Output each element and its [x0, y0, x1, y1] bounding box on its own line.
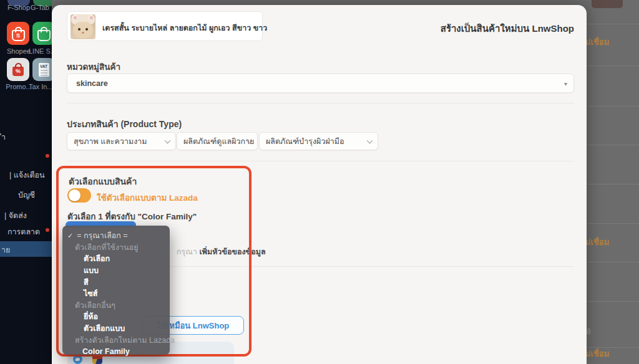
product-type-select-1[interactable]: สุขภาพ และความงาม [67, 132, 176, 150]
option-dropdown-menu: ✓ = กรุณาเลือก = ตัวเลือกที่ใช้งานอยู่ ต… [62, 226, 170, 355]
divider [587, 301, 639, 302]
divider [587, 65, 639, 66]
hint-action[interactable]: เพิ่มหัวข้อของข้อมูล [199, 247, 265, 256]
menu-item-color-family[interactable]: Color Family [62, 346, 170, 358]
promo-bag-icon: % [12, 67, 24, 76]
sidebar-item-shipping[interactable]: | จัดส่ง [4, 209, 27, 222]
status-badge-not-connected: ม่เชื่อม [585, 347, 609, 360]
product-type-select-3[interactable]: ผลิตภัณฑ์บำรุงผิวฝ่ามือ [259, 132, 378, 150]
divider [587, 223, 639, 224]
vat-document-icon: VAT [39, 63, 49, 77]
sidebar-item-fragment[interactable]: ำ [1, 131, 6, 143]
toggle-label: ใช้ตัวเลือกแบบตาม Lazada [97, 191, 198, 204]
sidebar-item-account[interactable]: บัญชี [18, 189, 35, 201]
caret-down-icon: ▾ [564, 80, 567, 87]
app-icon-tax-invoice[interactable]: VAT [32, 58, 52, 81]
notification-dot [46, 228, 49, 232]
app-label-gtab: G-Tab [26, 4, 52, 11]
sidebar-item-notifications[interactable]: | แจ้งเตือน [9, 169, 45, 181]
product-image [71, 14, 95, 39]
chevron-down-icon [367, 137, 373, 143]
divider [587, 145, 639, 145]
check-icon: ✓ [67, 232, 73, 240]
product-title: เดรสสั้น ระบายไหล่ ลายดอกไม้ ผูกเอว สีขา… [102, 22, 267, 34]
category-value: skincare [76, 79, 108, 88]
hint-prefix: กรุณา [177, 247, 199, 256]
menu-item-size[interactable]: ไซส์ [62, 288, 170, 300]
app-label-tax: Tax In... [29, 83, 52, 90]
menu-group-active-options: ตัวเลือกที่ใช้งานอยู่ [62, 242, 170, 254]
shopping-bag-icon [37, 30, 51, 41]
menu-group-create-new-lazada: สร้างตัวเลือกใหม่ตาม Lazada [62, 334, 170, 346]
notification-dot [46, 154, 49, 158]
menu-item-brand[interactable]: ยี่ห้อ [62, 311, 170, 323]
menu-group-other-options: ตัวเลือกอื่นๆ [62, 300, 170, 312]
divider [587, 24, 639, 24]
menu-item-option-style[interactable]: ตัวเลือกแบบ [62, 323, 170, 335]
divider [587, 106, 639, 107]
product-type-select-2[interactable]: ผลิตภัณฑ์ดูแลผิวกาย [177, 132, 258, 150]
category-select[interactable]: skincare ▾ [67, 74, 574, 93]
sidebar-item-active-label: าย [1, 244, 10, 256]
menu-item-style[interactable]: แบบ [62, 265, 170, 277]
app-label-line: LINE S... [29, 47, 52, 55]
modal-title: สร้างเป็นสินค้าใหม่บน LnwShop [441, 21, 574, 36]
menu-item-option[interactable]: ตัวเลือก [62, 253, 170, 265]
chevron-down-icon [165, 137, 171, 143]
background-count: 8 [587, 327, 591, 336]
shopping-bag-icon: S [12, 30, 25, 41]
product-type-label: ประเภทสินค้า (Product Type) [67, 117, 182, 131]
background-button [592, 0, 623, 8]
lazada-options-toggle[interactable] [67, 188, 91, 203]
app-icon-promotion[interactable]: % [7, 58, 29, 81]
category-label: หมวดหมู่สินค้า [67, 60, 120, 74]
product-card: เดรสสั้น ระบายไหล่ ลายดอกไม้ ผูกเอว สีขา… [67, 11, 263, 41]
menu-item-color[interactable]: สี [62, 276, 170, 288]
sidebar-item-marketing[interactable]: การตลาด [7, 226, 40, 238]
status-badge-not-connected: ม่เชื่อม [585, 236, 609, 249]
status-badge-not-connected: ม่เชื่อม [585, 36, 609, 49]
divider [67, 103, 574, 103]
divider [67, 161, 574, 161]
app-sidebar: F-Shop G-Tab S Shopee LINE S... % VAT Pr… [0, 0, 52, 364]
divider [587, 262, 639, 262]
toggle-knob [69, 189, 80, 201]
screen: ม่เชื่อม ม่เชื่อม ม่เชื่อม 8 F-Shop G-Ta… [0, 0, 639, 364]
hint-text: กรุณา เพิ่มหัวข้อของข้อมูล [177, 246, 266, 258]
create-product-modal: เดรสสั้น ระบายไหล่ ลายดอกไม้ ผูกเอว สีขา… [52, 5, 587, 364]
menu-item-please-select[interactable]: ✓ = กรุณาเลือก = [62, 230, 170, 242]
app-icon-line-shopping[interactable] [32, 22, 52, 45]
divider [587, 184, 639, 184]
app-icon-shopee[interactable]: S [7, 22, 29, 45]
options-section-title: ตัวเลือกแบบสินค้า [69, 175, 137, 188]
